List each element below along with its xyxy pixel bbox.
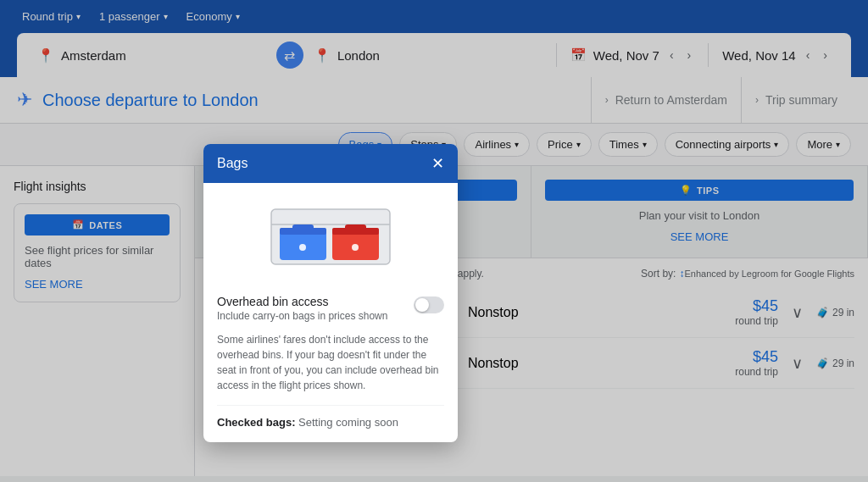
- bag-illustration: [217, 197, 444, 281]
- toggle-label-group: Overhead bin access Include carry-on bag…: [217, 295, 387, 322]
- modal-title: Bags: [217, 156, 248, 171]
- modal-header: Bags ✕: [203, 144, 458, 183]
- modal-body: Overhead bin access Include carry-on bag…: [203, 183, 458, 442]
- svg-rect-4: [280, 228, 326, 235]
- overhead-bin-toggle-row: Overhead bin access Include carry-on bag…: [217, 295, 444, 322]
- checked-bags-row: Checked bags: Setting coming soon: [217, 405, 444, 429]
- bags-modal: Bags ✕ Overhead bi: [203, 144, 458, 442]
- bag-svg: [263, 201, 398, 277]
- modal-description: Some airlines' fares don't include acces…: [217, 332, 444, 393]
- modal-close-button[interactable]: ✕: [431, 156, 444, 171]
- svg-point-5: [299, 244, 306, 251]
- overhead-bin-toggle[interactable]: [414, 296, 444, 313]
- toggle-sublabel: Include carry-on bags in prices shown: [217, 310, 387, 322]
- svg-rect-8: [332, 228, 379, 235]
- toggle-label: Overhead bin access: [217, 295, 387, 308]
- svg-point-9: [352, 244, 359, 251]
- checked-bags-value: Setting coming soon: [298, 416, 398, 429]
